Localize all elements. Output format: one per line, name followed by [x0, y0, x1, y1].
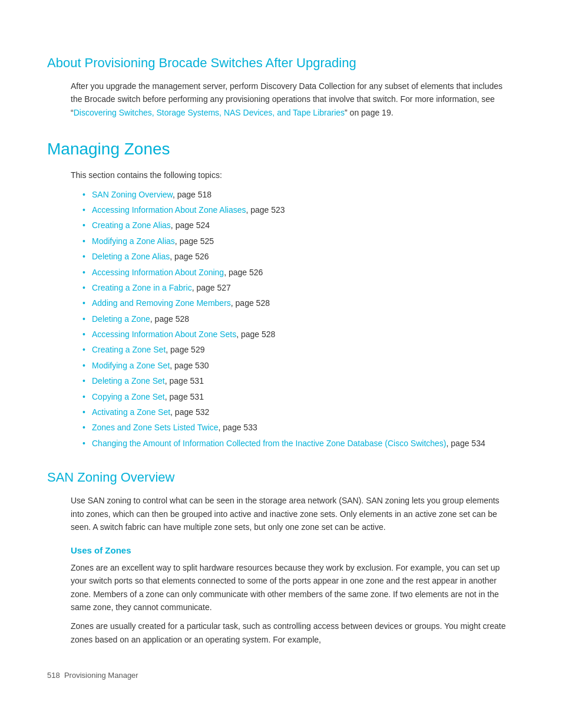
san-zoning-overview-link[interactable]: SAN Zoning Overview: [92, 190, 173, 199]
managing-zones-heading: Managing Zones: [47, 137, 515, 162]
about-provisioning-heading: About Provisioning Brocade Switches Afte…: [47, 53, 515, 73]
create-zone-alias-link[interactable]: Creating a Zone Alias: [92, 220, 171, 230]
list-item: Adding and Removing Zone Members, page 5…: [82, 297, 515, 309]
uses-of-zones-body2: Zones are an excellent way to split hard…: [71, 561, 515, 614]
footer-text: Provisioning Manager: [64, 671, 138, 680]
zone-aliases-info-link[interactable]: Accessing Information About Zone Aliases: [92, 205, 246, 215]
list-item: Copying a Zone Set, page 531: [82, 390, 515, 403]
san-zoning-body1: Use SAN zoning to control what can be se…: [71, 494, 515, 533]
list-item: Accessing Information About Zoning, page…: [82, 266, 515, 279]
access-zone-sets-link[interactable]: Accessing Information About Zone Sets: [92, 330, 236, 339]
list-item: Zones and Zone Sets Listed Twice, page 5…: [82, 421, 515, 434]
list-item: Modifying a Zone Alias, page 525: [82, 235, 515, 248]
copy-zone-set-link[interactable]: Copying a Zone Set: [92, 392, 165, 401]
zones-listed-twice-link[interactable]: Zones and Zone Sets Listed Twice: [92, 423, 219, 432]
san-zoning-overview-heading: SAN Zoning Overview: [47, 467, 515, 487]
page-footer: 518 Provisioning Manager: [47, 670, 515, 681]
list-item: Creating a Zone in a Fabric, page 527: [82, 281, 515, 294]
list-item: Activating a Zone Set, page 532: [82, 406, 515, 419]
inactive-zone-db-link[interactable]: Changing the Amount of Information Colle…: [92, 439, 447, 448]
managing-zones-intro: This section contains the following topi…: [71, 169, 515, 182]
list-item: Deleting a Zone Alias, page 526: [82, 250, 515, 263]
modify-zone-set-link[interactable]: Modifying a Zone Set: [92, 361, 170, 370]
managing-zones-section: Managing Zones This section contains the…: [47, 137, 515, 450]
uses-of-zones-subheading: Uses of Zones: [71, 544, 515, 558]
access-zoning-info-link[interactable]: Accessing Information About Zoning: [92, 268, 224, 277]
list-item: Creating a Zone Set, page 529: [82, 343, 515, 356]
list-item: Modifying a Zone Set, page 530: [82, 359, 515, 372]
managing-zones-list: SAN Zoning Overview, page 518 Accessing …: [82, 188, 515, 450]
create-zone-fabric-link[interactable]: Creating a Zone in a Fabric: [92, 283, 192, 292]
list-item: Accessing Information About Zone Sets, p…: [82, 328, 515, 341]
uses-of-zones-body3: Zones are usually created for a particul…: [71, 620, 515, 646]
delete-zone-link[interactable]: Deleting a Zone: [92, 314, 150, 324]
delete-zone-alias-link[interactable]: Deleting a Zone Alias: [92, 252, 170, 261]
discovering-switches-link[interactable]: Discovering Switches, Storage Systems, N…: [74, 108, 345, 117]
list-item: Deleting a Zone Set, page 531: [82, 374, 515, 387]
activate-zone-set-link[interactable]: Activating a Zone Set: [92, 407, 170, 417]
san-zoning-overview-section: SAN Zoning Overview Use SAN zoning to co…: [47, 467, 515, 646]
create-zone-set-link[interactable]: Creating a Zone Set: [92, 345, 166, 354]
about-provisioning-body: After you upgrade the management server,…: [71, 80, 515, 119]
delete-zone-set-link[interactable]: Deleting a Zone Set: [92, 376, 165, 386]
list-item: Changing the Amount of Information Colle…: [82, 437, 515, 450]
list-item: Creating a Zone Alias, page 524: [82, 219, 515, 232]
add-remove-members-link[interactable]: Adding and Removing Zone Members: [92, 298, 231, 308]
modify-zone-alias-link[interactable]: Modifying a Zone Alias: [92, 236, 175, 246]
about-provisioning-section: About Provisioning Brocade Switches Afte…: [47, 53, 515, 119]
list-item: Accessing Information About Zone Aliases…: [82, 203, 515, 216]
list-item: Deleting a Zone, page 528: [82, 312, 515, 325]
list-item: SAN Zoning Overview, page 518: [82, 188, 515, 201]
page-number: 518: [47, 671, 60, 680]
